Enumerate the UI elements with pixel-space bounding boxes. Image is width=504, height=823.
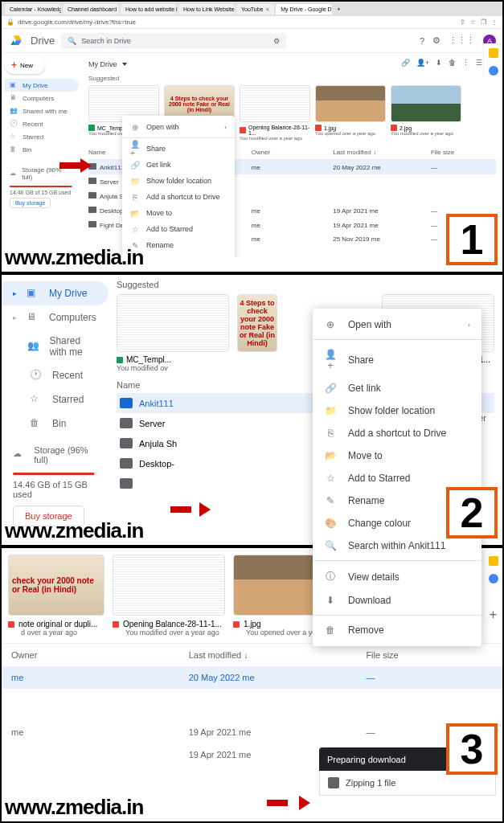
filter-icon[interactable]: ⚙ bbox=[273, 37, 280, 45]
more-icon[interactable]: ⋮ bbox=[462, 59, 469, 69]
ctx-move-to[interactable]: 📂Move to bbox=[313, 444, 481, 467]
share-icon: 👤+ bbox=[324, 349, 337, 371]
star-icon[interactable]: ☆ bbox=[470, 18, 476, 26]
chevron-right-icon: › bbox=[468, 321, 470, 329]
thumb-card[interactable]: 2.jpgYou modified over a year ago bbox=[391, 85, 461, 141]
sidebar-item-shared[interactable]: 👥Shared with me bbox=[2, 330, 109, 363]
settings-icon[interactable]: ⚙ bbox=[432, 35, 440, 46]
sheet-icon bbox=[88, 125, 95, 131]
folder-row-selected[interactable]: me20 May 2022 me— bbox=[2, 666, 502, 689]
annotation-arrow bbox=[170, 502, 211, 520]
help-icon[interactable]: ? bbox=[420, 36, 424, 46]
sidebar-item-recent[interactable]: 🕐Recent bbox=[2, 363, 109, 387]
new-tab-icon[interactable]: + bbox=[334, 6, 343, 12]
extension-icon[interactable]: ❐ bbox=[481, 18, 486, 26]
sidebar-item-starred[interactable]: ☆Starred bbox=[5, 130, 79, 143]
ctx-add-shortcut[interactable]: ⎘Add a shortcut to Drive bbox=[122, 189, 235, 205]
tasks-icon[interactable] bbox=[489, 66, 498, 76]
link-icon[interactable]: 🔗 bbox=[401, 59, 410, 69]
thumb-card[interactable]: Opening Balance-28-11-1...You modified o… bbox=[240, 85, 310, 141]
ctx-add-starred[interactable]: ☆Add to Starred bbox=[122, 221, 235, 237]
ctx-get-link[interactable]: 🔗Get link bbox=[313, 377, 481, 399]
browser-tab[interactable]: YouTube× bbox=[236, 4, 274, 14]
close-icon[interactable]: × bbox=[266, 6, 270, 13]
tasks-icon[interactable] bbox=[489, 574, 498, 583]
thumb-card[interactable]: MC_Templ...You modified ov bbox=[117, 294, 229, 372]
browser-tab[interactable]: How to add website link× bbox=[121, 4, 177, 14]
thumb-card[interactable]: Opening Balance-28-11-1...You modified o… bbox=[113, 555, 225, 637]
ctx-get-link[interactable]: 🔗Get link bbox=[122, 157, 235, 173]
expand-icon[interactable]: ▸ bbox=[13, 289, 17, 297]
ctx-remove[interactable]: 🗑Remove bbox=[313, 619, 481, 641]
people-icon: 👥 bbox=[27, 340, 39, 353]
sort-down-icon[interactable]: ↓ bbox=[244, 650, 248, 660]
buy-storage-button[interactable]: Buy storage bbox=[10, 198, 51, 208]
drive-header: Drive 🔍 Search in Drive ⚙ ? ⚙ ⋮⋮⋮ A bbox=[2, 29, 502, 53]
ctx-open-with[interactable]: ⊕Open with› bbox=[313, 313, 481, 336]
sidebar-item-computers[interactable]: ▸🖥Computers bbox=[2, 305, 109, 330]
share-icon[interactable]: 👤+ bbox=[416, 59, 429, 69]
shortcut-icon: ⎘ bbox=[324, 428, 337, 439]
thumb-card[interactable]: 1.jpgYou opened over a year ago bbox=[315, 85, 386, 141]
step-number: 1 bbox=[446, 214, 498, 265]
ctx-add-starred[interactable]: ☆Add to Starred bbox=[313, 467, 481, 489]
browser-tab[interactable]: Channel dashboard× bbox=[63, 4, 119, 14]
ctx-view-details[interactable]: ⓘView details bbox=[313, 564, 481, 589]
url-bar[interactable]: 🔒 drive.google.com/drive/my-drive?ths=tr… bbox=[2, 16, 502, 29]
menu-icon[interactable]: ⋮ bbox=[491, 18, 498, 26]
sidebar-item-mydrive[interactable]: ▸▣My Drive bbox=[2, 281, 109, 305]
sidebar-item-bin[interactable]: 🗑Bin bbox=[5, 143, 79, 156]
add-icon[interactable]: + bbox=[490, 608, 497, 622]
folder-row[interactable]: me19 Apr 2021 me— bbox=[2, 721, 502, 743]
people-icon: 👥 bbox=[10, 107, 18, 115]
new-button[interactable]: + New bbox=[5, 56, 45, 74]
ctx-open-with[interactable]: ⊕Open with› bbox=[122, 119, 235, 135]
sort-down-icon[interactable]: ↓ bbox=[373, 149, 376, 156]
folder-icon: 📁 bbox=[130, 176, 140, 186]
list-view-icon[interactable]: ☰ bbox=[476, 59, 482, 69]
ctx-share[interactable]: 👤+Share bbox=[122, 141, 235, 157]
ctx-show-folder[interactable]: 📁Show folder location bbox=[122, 173, 235, 189]
ctx-show-folder[interactable]: 📁Show folder location bbox=[313, 399, 481, 422]
sidebar-item-shared[interactable]: 👥Shared with me bbox=[5, 104, 79, 117]
clock-icon: 🕐 bbox=[30, 369, 43, 382]
folder-icon: 📁 bbox=[324, 405, 337, 416]
trash-icon: 🗑 bbox=[10, 145, 18, 154]
ctx-add-shortcut[interactable]: ⎘Add a shortcut to Drive bbox=[313, 422, 481, 444]
keep-icon[interactable] bbox=[489, 48, 498, 58]
main-content: My Drive 🔗 👤+ ⬇ 🗑 ⋮ ☰ ⓘ Suggested MC_Tem… bbox=[82, 53, 502, 257]
shortcut-icon: ⎘ bbox=[130, 192, 140, 202]
sidebar-item-computers[interactable]: 🖥Computers bbox=[5, 92, 79, 104]
sidebar-item-recent[interactable]: 🕐Recent bbox=[5, 117, 79, 130]
thumb-card[interactable]: 4 Steps to check your 2000 note Fake or … bbox=[237, 294, 277, 372]
folder-icon bbox=[120, 398, 133, 408]
breadcrumb[interactable]: My Drive 🔗 👤+ ⬇ 🗑 ⋮ ☰ ⓘ bbox=[88, 56, 496, 72]
step-number: 3 bbox=[446, 723, 498, 775]
storage-text: 14.46 GB of 15 GB used bbox=[10, 190, 74, 195]
ctx-move-to[interactable]: 📂Move to bbox=[122, 205, 235, 221]
browser-tab-active[interactable]: My Drive - Google Dri× bbox=[276, 4, 332, 14]
apps-icon[interactable]: ⋮⋮⋮ bbox=[449, 35, 475, 46]
sidebar-item-starred[interactable]: ☆Starred bbox=[2, 387, 109, 412]
sidebar-item-storage[interactable]: ☁Storage (96% full) bbox=[13, 442, 97, 468]
browser-tab[interactable]: How to Link Website to× bbox=[178, 4, 235, 14]
keep-icon[interactable] bbox=[489, 556, 498, 566]
sidebar-item-bin[interactable]: 🗑Bin bbox=[2, 412, 109, 436]
browser-tab[interactable]: Calendar - Knowledge× bbox=[5, 4, 61, 14]
ctx-share[interactable]: 👤+Share bbox=[313, 343, 481, 377]
palette-icon: 🎨 bbox=[324, 518, 337, 529]
download-icon[interactable]: ⬇ bbox=[436, 59, 442, 69]
ctx-download[interactable]: ⬇Download bbox=[313, 589, 481, 612]
info-icon: ⓘ bbox=[324, 570, 337, 583]
trash-icon[interactable]: 🗑 bbox=[449, 59, 456, 69]
folder-icon bbox=[88, 207, 96, 213]
search-input[interactable]: 🔍 Search in Drive ⚙ bbox=[61, 33, 286, 49]
share-icon[interactable]: ⇧ bbox=[460, 18, 465, 26]
download-icon: ⬇ bbox=[324, 595, 337, 606]
storage-bar bbox=[13, 473, 97, 475]
folder-icon bbox=[120, 478, 133, 489]
cloud-icon: ☁ bbox=[13, 448, 24, 461]
sidebar-item-mydrive[interactable]: ▣My Drive bbox=[5, 79, 79, 92]
star-icon: ☆ bbox=[130, 224, 140, 234]
thumb-card[interactable]: check your 2000 note or Real (in Hindi)n… bbox=[8, 555, 104, 637]
